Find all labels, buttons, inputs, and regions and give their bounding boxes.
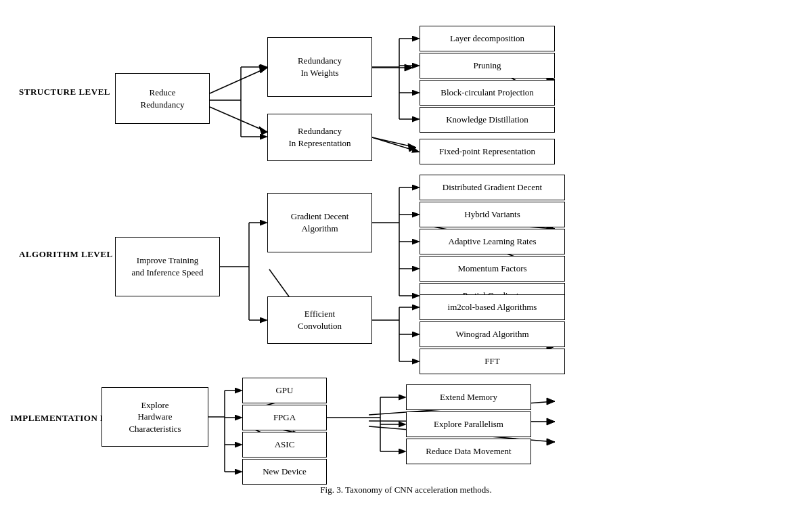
extend-memory-box: Extend Memory [406,384,531,410]
redundancy-representation-box: RedundancyIn Representation [267,114,372,161]
fft-box: FFT [420,349,565,374]
asic-box: ASIC [242,432,327,458]
explore-parallelism-box: Explore Parallelism [406,411,531,437]
knowledge-distillation-box: Knowledge Distillation [420,107,555,133]
gradient-decent-box: Gradient DecentAlgorithm [267,193,372,252]
new-device-box: New Device [242,459,327,485]
hybrid-variants-box: Hybrid Variants [420,202,565,227]
svg-marker-7 [408,143,416,152]
svg-line-0 [210,68,267,93]
diagram-container: STRUCTURE LEVEL ALGORITHM LEVEL IMPLEMEN… [0,0,812,501]
structure-level-label: STRUCTURE LEVEL [19,87,110,97]
svg-marker-3 [259,127,267,135]
algorithm-level-label: ALGORITHM LEVEL [19,249,113,260]
fixed-point-box: Fixed-point Representation [420,139,555,164]
winograd-box: Winograd Algorithm [420,321,565,347]
im2col-box: im2col-based Algorithms [420,294,565,320]
improve-training-box: Improve Trainingand Inference Speed [115,237,220,296]
redundancy-weights-box: RedundancyIn Weights [267,37,372,97]
reduce-data-box: Reduce Data Movement [406,439,531,464]
svg-marker-45 [547,398,555,405]
gpu-box: GPU [242,378,327,403]
svg-marker-49 [547,439,555,445]
layer-decomposition-box: Layer decomposition [420,26,555,51]
adaptive-learning-box: Adaptive Learning Rates [420,229,565,254]
svg-line-2 [210,107,267,132]
block-circulant-box: Block-circulant Projection [420,80,555,106]
reduce-redundancy-box: ReduceRedundancy [115,73,210,124]
svg-marker-1 [259,65,267,73]
fpga-box: FPGA [242,405,327,430]
svg-marker-5 [405,64,413,71]
distributed-gradient-box: Distributed Gradient Decent [420,175,565,200]
momentum-factors-box: Momentum Factors [420,256,565,282]
efficient-convolution-box: EfficientConvolution [267,296,372,344]
pruning-box: Pruning [420,53,555,79]
explore-hardware-box: ExploreHardwareCharacteristics [102,387,208,447]
figure-caption: Fig. 3. Taxonomy of CNN acceleration met… [0,485,812,495]
svg-marker-47 [547,418,555,425]
